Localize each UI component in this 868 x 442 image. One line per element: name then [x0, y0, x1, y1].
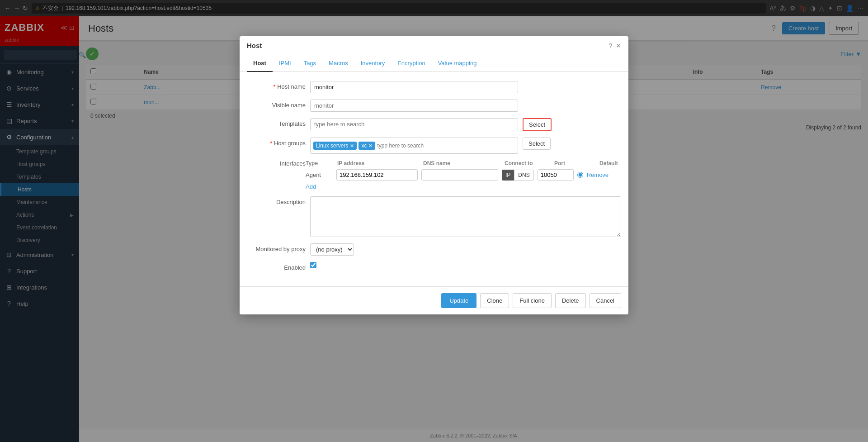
host-groups-select-button[interactable]: Select: [523, 138, 551, 150]
col-header-dns: DNS name: [423, 160, 500, 166]
modal-overlay: Host ? ✕ Host IPMI Tags Macros Inventory…: [0, 0, 868, 442]
interface-port-input[interactable]: [538, 169, 574, 181]
templates-search-input[interactable]: [310, 118, 518, 130]
proxy-label: Monitored by proxy: [247, 243, 306, 252]
form-row-proxy: Monitored by proxy (no proxy): [247, 243, 621, 256]
full-clone-button[interactable]: Full clone: [513, 293, 552, 308]
tag-xc: xc ✕: [359, 142, 375, 150]
modal-help-icon[interactable]: ?: [609, 42, 612, 49]
host-groups-tags-area[interactable]: Linux servers ✕ xc ✕: [310, 138, 518, 154]
form-row-description: Description: [247, 196, 621, 237]
tab-ipmi[interactable]: IPMI: [273, 55, 297, 72]
update-button[interactable]: Update: [441, 293, 476, 308]
modal-header: Host ? ✕: [240, 36, 628, 55]
tab-tags[interactable]: Tags: [297, 55, 322, 72]
templates-select-button[interactable]: Select: [523, 118, 552, 131]
tab-inventory[interactable]: Inventory: [354, 55, 391, 72]
host-groups-search-input[interactable]: [377, 143, 515, 149]
interface-ip-input[interactable]: [336, 169, 418, 181]
tab-encryption[interactable]: Encryption: [391, 55, 431, 72]
proxy-select[interactable]: (no proxy): [310, 243, 354, 256]
tag-xc-text: xc: [361, 143, 367, 149]
form-row-visible-name: Visible name: [247, 100, 621, 112]
form-row-interfaces: Interfaces Type IP address DNS name Conn…: [247, 160, 621, 190]
col-header-ip: IP address: [337, 160, 419, 166]
interface-dns-input[interactable]: [421, 169, 498, 181]
tab-value-mapping[interactable]: Value mapping: [432, 55, 483, 72]
interfaces-header: Type IP address DNS name Connect to Port…: [306, 160, 628, 166]
tag-linux-servers-remove[interactable]: ✕: [350, 143, 354, 149]
modal-body: Host name Visible name Templates Select …: [240, 72, 628, 286]
col-header-default: Default: [599, 160, 628, 166]
form-row-enabled: Enabled: [247, 262, 621, 271]
description-textarea[interactable]: [310, 196, 621, 237]
col-header-type: Type: [306, 160, 333, 166]
interface-add-link[interactable]: Add: [306, 183, 316, 190]
visible-name-input[interactable]: [310, 100, 518, 112]
clone-button[interactable]: Clone: [480, 293, 509, 308]
modal-header-icons: ? ✕: [609, 42, 621, 49]
modal-footer: Update Clone Full clone Delete Cancel: [240, 286, 628, 314]
hostname-input[interactable]: [310, 81, 518, 93]
tab-macros[interactable]: Macros: [322, 55, 354, 72]
host-groups-label: Host groups: [247, 138, 306, 147]
templates-label: Templates: [247, 118, 306, 127]
visible-name-label: Visible name: [247, 100, 306, 109]
interface-row-agent: Agent IP DNS Remove: [306, 169, 628, 181]
interfaces-label: Interfaces: [247, 160, 306, 190]
hostname-label: Host name: [247, 81, 306, 90]
tag-linux-servers: Linux servers ✕: [313, 142, 357, 150]
cancel-button[interactable]: Cancel: [590, 293, 621, 308]
interface-remove-link[interactable]: Remove: [587, 171, 609, 178]
tab-host[interactable]: Host: [247, 55, 273, 72]
tag-linux-servers-text: Linux servers: [316, 143, 348, 149]
ip-button[interactable]: IP: [502, 170, 514, 181]
tag-xc-remove[interactable]: ✕: [368, 143, 373, 149]
col-header-connect: Connect to: [505, 160, 550, 166]
enabled-checkbox[interactable]: [310, 262, 316, 268]
modal-close-icon[interactable]: ✕: [616, 42, 621, 49]
description-label: Description: [247, 196, 306, 205]
col-header-port: Port: [554, 160, 595, 166]
connect-to-buttons: IP DNS: [502, 170, 534, 181]
interface-default-radio[interactable]: [577, 172, 583, 178]
form-row-hostname: Host name: [247, 81, 621, 93]
modal-dialog: Host ? ✕ Host IPMI Tags Macros Inventory…: [240, 36, 628, 314]
modal-tabs: Host IPMI Tags Macros Inventory Encrypti…: [240, 55, 628, 72]
dns-button[interactable]: DNS: [514, 170, 533, 181]
form-row-host-groups: Host groups Linux servers ✕ xc ✕: [247, 138, 621, 154]
interface-type-agent: Agent: [306, 171, 333, 178]
form-row-templates: Templates Select: [247, 118, 621, 131]
modal-title: Host: [247, 42, 262, 49]
delete-button[interactable]: Delete: [555, 293, 586, 308]
enabled-label: Enabled: [247, 262, 306, 271]
